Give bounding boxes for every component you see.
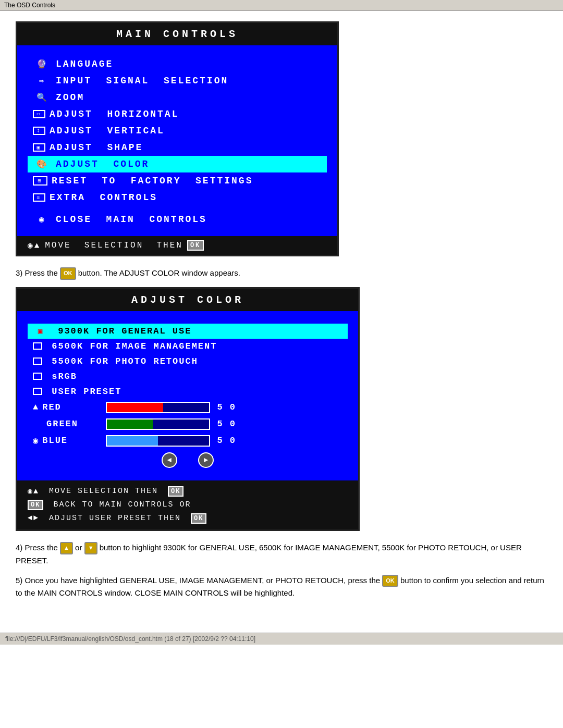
osd-item-input[interactable]: ⇒ INPUT SIGNAL SELECTION	[28, 72, 327, 89]
osd-item-label-shape: ADJUST SHAPE	[50, 142, 143, 153]
osd-item-color[interactable]: 🎨 ADJUST COLOR	[28, 156, 327, 172]
osd-item-label-reset: RESET TO FACTORY SETTINGS	[52, 176, 253, 186]
input-icon: ⇒	[33, 76, 52, 86]
main-controls-footer: ◉▲ MOVE SELECTION THEN OK	[17, 236, 337, 255]
label-user-preset: USER PRESET	[45, 387, 121, 397]
main-controls-title: MAIN CONTROLS	[17, 23, 337, 45]
footer-line-1: ◉▲ MOVE SELECTION THEN OK	[28, 485, 348, 498]
label-srgb: sRGB	[45, 372, 77, 381]
osd-item-zoom[interactable]: 🔍 ZOOM	[28, 89, 327, 106]
footer-label: MOVE SELECTION THEN	[45, 241, 183, 250]
slider-blue-bar[interactable]	[106, 435, 210, 447]
slider-green-value: 5 0	[215, 419, 236, 429]
main-controls-body: 🔮 LANGUAGE ⇒ INPUT SIGNAL SELECTION 🔍 ZO…	[17, 45, 337, 236]
footer-line1-icons: ◉▲	[28, 486, 39, 496]
nav-right-button[interactable]: ►	[198, 452, 214, 468]
footer-icons: ◉▲	[28, 240, 41, 251]
label-9300k: 9300K FOR GENERAL USE	[52, 326, 191, 336]
osd-item-reset[interactable]: ⊞ RESET TO FACTORY SETTINGS	[28, 172, 327, 189]
step4-paragraph: 4) Press the ▲ or ▼ button to highlight …	[16, 541, 547, 567]
slider-red-label: ▲ RED	[33, 402, 101, 412]
osd-item-vertical[interactable]: ↕ ADJUST VERTICAL	[28, 122, 327, 139]
red-icon: ▲	[33, 402, 39, 412]
adjust-color-panel: ADJUST COLOR ▣ 9300K FOR GENERAL USE 650…	[16, 287, 360, 531]
slider-blue-fill	[107, 436, 158, 446]
slider-green-bar[interactable]	[106, 418, 210, 430]
adjust-item-6500k[interactable]: 6500K FOR IMAGE MANAGEMENT	[28, 339, 348, 354]
footer-line1-ok[interactable]: OK	[168, 486, 183, 497]
step3-ok-button[interactable]: OK	[60, 267, 76, 280]
blue-icon: ◉	[33, 435, 39, 446]
red-text: RED	[42, 402, 62, 412]
shape-icon: ▣	[33, 143, 45, 152]
slider-red-row: ▲ RED 5 0	[28, 399, 348, 416]
step4-down-button[interactable]: ▼	[84, 542, 97, 554]
adjust-color-footer: ◉▲ MOVE SELECTION THEN OK OK BACK TO MAI…	[17, 480, 358, 529]
osd-item-shape[interactable]: ▣ ADJUST SHAPE	[28, 139, 327, 156]
osd-item-label-zoom: ZOOM	[56, 92, 84, 103]
adjust-item-user-preset[interactable]: USER PRESET	[28, 384, 348, 399]
icon-srgb	[33, 373, 42, 380]
osd-item-label-language: LANGUAGE	[56, 59, 113, 69]
slider-red-fill	[107, 403, 163, 412]
nav-left-button[interactable]: ◄	[162, 452, 177, 468]
osd-item-label-vertical: ADJUST VERTICAL	[50, 126, 165, 136]
color-icon: 🎨	[33, 159, 52, 169]
footer-line2-ok[interactable]: OK	[28, 500, 43, 510]
step4-or: or	[75, 543, 84, 552]
footer-line3-ok[interactable]: OK	[191, 513, 206, 524]
osd-item-language[interactable]: 🔮 LANGUAGE	[28, 56, 327, 72]
osd-item-close[interactable]: ◉ CLOSE MAIN CONTROLS	[28, 211, 327, 228]
vertical-icon: ↕	[33, 127, 45, 135]
osd-item-extra[interactable]: ≡ EXTRA CONTROLS	[28, 189, 327, 206]
extra-icon: ≡	[33, 193, 45, 202]
top-bar-title: The OSD Controls	[4, 2, 55, 9]
label-5500k: 5500K FOR PHOTO RETOUCH	[45, 356, 198, 366]
green-text: GREEN	[46, 419, 78, 429]
osd-item-label-extra: EXTRA CONTROLS	[50, 192, 157, 203]
ok-button-footer[interactable]: OK	[187, 240, 204, 251]
slider-red-bar[interactable]	[106, 402, 210, 413]
adjust-item-9300k[interactable]: ▣ 9300K FOR GENERAL USE	[28, 324, 348, 339]
label-6500k: 6500K FOR IMAGE MANAGEMENT	[45, 341, 217, 351]
slider-red-value: 5 0	[215, 402, 236, 412]
blue-text: BLUE	[42, 436, 68, 446]
zoom-icon: 🔍	[33, 92, 52, 103]
status-bar: file:///D|/EDFU/LF3/lf3manual/english/OS…	[0, 633, 563, 645]
footer-line2-text: BACK TO MAIN CONTROLS OR	[47, 500, 191, 509]
page-content: MAIN CONTROLS 🔮 LANGUAGE ⇒ INPUT SIGNAL …	[0, 11, 563, 617]
step3-paragraph: 3) Press the OK button. The ADJUST COLOR…	[16, 267, 547, 280]
slider-green-label: GREEN	[33, 419, 101, 429]
adjust-nav: ◄ ►	[28, 449, 348, 473]
osd-item-horizontal[interactable]: ↔ ADJUST HORIZONTAL	[28, 106, 327, 122]
step5-paragraph: 5) Once you have highlighted GENERAL USE…	[16, 574, 547, 600]
step3-text: 3) Press the	[16, 268, 58, 277]
slider-green-row: GREEN 5 0	[28, 416, 348, 433]
osd-item-label-color: ADJUST COLOR	[56, 159, 149, 169]
osd-item-label-input: INPUT SIGNAL SELECTION	[56, 76, 228, 86]
slider-blue-row: ◉ BLUE 5 0	[28, 433, 348, 449]
slider-blue-label: ◉ BLUE	[33, 435, 101, 446]
icon-5500k	[33, 357, 42, 365]
language-icon: 🔮	[33, 59, 52, 69]
horizontal-icon: ↔	[33, 110, 45, 118]
step4-up-button[interactable]: ▲	[60, 542, 73, 554]
icon-6500k	[33, 342, 42, 350]
footer-line3-text: ADJUST USER PRESET THEN	[43, 514, 187, 523]
adjust-item-5500k[interactable]: 5500K FOR PHOTO RETOUCH	[28, 354, 348, 369]
adjust-item-srgb[interactable]: sRGB	[28, 369, 348, 384]
step3-rest: button. The ADJUST COLOR window appears.	[78, 268, 240, 277]
adjust-color-title: ADJUST COLOR	[17, 289, 358, 311]
reset-icon: ⊞	[33, 176, 47, 186]
close-icon: ◉	[33, 214, 52, 225]
osd-item-label-close: CLOSE MAIN CONTROLS	[56, 214, 207, 225]
top-bar: The OSD Controls	[0, 0, 563, 11]
footer-line3-arrows: ◄►	[28, 514, 39, 523]
adjust-color-body: ▣ 9300K FOR GENERAL USE 6500K FOR IMAGE …	[17, 311, 358, 480]
footer-line-3: ◄► ADJUST USER PRESET THEN OK	[28, 512, 348, 525]
osd-item-label-horizontal: ADJUST HORIZONTAL	[50, 109, 179, 119]
footer-line-2: OK BACK TO MAIN CONTROLS OR	[28, 498, 348, 512]
step5-ok-button[interactable]: OK	[382, 575, 398, 587]
step4-text: 4) Press the	[16, 543, 58, 552]
slider-green-fill	[107, 419, 153, 429]
